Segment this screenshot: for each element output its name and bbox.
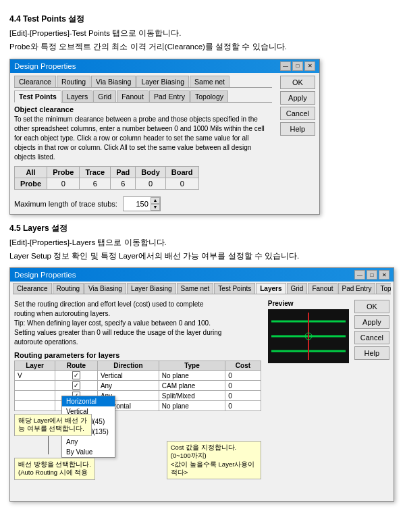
table-row: Probe 0 6 6 0 0 bbox=[15, 178, 199, 189]
col-all[interactable]: All bbox=[15, 166, 47, 178]
row-label-probe[interactable]: Probe bbox=[15, 178, 47, 189]
tab2-pad-entry[interactable]: Pad Entry bbox=[338, 283, 376, 294]
apply-button2[interactable]: Apply bbox=[354, 315, 389, 329]
annotations-container: 해당 Layer에서 배선 가능 여부를 선택합니다. 배선 방향을 선택합니다… bbox=[14, 414, 261, 498]
section2-title: 4.5 Layers 설정 bbox=[9, 223, 396, 234]
preview-label: Preview bbox=[268, 300, 350, 307]
tab2-same-net[interactable]: Same net bbox=[177, 283, 214, 294]
stub-spin-up[interactable]: ▲ bbox=[151, 197, 160, 204]
cancel-button2[interactable]: Cancel bbox=[354, 331, 389, 344]
dialog1-content: Clearance Routing Via Biasing Layer Bias… bbox=[10, 73, 319, 214]
layer-direction-1[interactable]: Vertical bbox=[97, 371, 159, 381]
routing-params-label: Routing parameters for layers bbox=[14, 351, 261, 359]
layer-cost-1[interactable]: 0 bbox=[225, 371, 261, 381]
layer-cost-2[interactable]: 0 bbox=[225, 381, 261, 391]
layer-type-3[interactable]: Split/Mixed bbox=[159, 391, 225, 401]
dialog1: Design Properties — □ ✕ Clearance Routin… bbox=[9, 59, 320, 215]
dropdown-byvalue[interactable]: By Value bbox=[62, 447, 115, 457]
apply-button[interactable]: Apply bbox=[280, 91, 315, 105]
tab-fanout[interactable]: Fanout bbox=[117, 90, 148, 102]
layers-col-layer[interactable]: Layer bbox=[15, 361, 55, 371]
help-button[interactable]: Help bbox=[280, 122, 315, 136]
tab2-layers[interactable]: Layers bbox=[256, 283, 286, 294]
route-checkbox-2[interactable] bbox=[72, 381, 80, 390]
tab2-routing[interactable]: Routing bbox=[53, 283, 84, 294]
col-trace[interactable]: Trace bbox=[80, 166, 111, 178]
layer-route-1[interactable] bbox=[55, 371, 98, 381]
dialog2-title: Design Properties bbox=[14, 271, 76, 279]
layer-direction-2[interactable]: Any bbox=[97, 381, 159, 391]
cell-probe-body[interactable]: 0 bbox=[136, 178, 166, 189]
col-probe[interactable]: Probe bbox=[47, 166, 80, 178]
maximize-button2[interactable]: □ bbox=[367, 270, 377, 280]
minimize-button[interactable]: — bbox=[280, 61, 291, 71]
layers-row-1: V Vertical No plane 0 bbox=[15, 371, 261, 381]
tab2-via-biasing[interactable]: Via Biasing bbox=[84, 283, 126, 294]
dialog2: Design Properties — □ ✕ Clearance Routin… bbox=[9, 267, 394, 502]
layers-table: Layer Route Direction Type Cost V Vertic… bbox=[14, 361, 261, 411]
layers-col-cost[interactable]: Cost bbox=[225, 361, 261, 371]
tab-same-net[interactable]: Same net bbox=[190, 76, 230, 87]
tab-routing[interactable]: Routing bbox=[57, 76, 90, 87]
cell-probe-board[interactable]: 0 bbox=[165, 178, 198, 189]
layers-col-route[interactable]: Route bbox=[55, 361, 98, 371]
layer-type-4[interactable]: No plane bbox=[159, 401, 225, 411]
tab-clearance[interactable]: Clearance bbox=[14, 76, 56, 87]
layer-route-2[interactable] bbox=[55, 381, 98, 391]
layers-col-type[interactable]: Type bbox=[159, 361, 225, 371]
help-button2[interactable]: Help bbox=[354, 346, 389, 360]
tab2-grid[interactable]: Grid bbox=[287, 283, 308, 294]
annotation-bubble-1: 해당 Layer에서 배선 가능 여부를 선택합니다. bbox=[14, 414, 92, 436]
tab2-topology[interactable]: Topology bbox=[376, 283, 391, 294]
tab-layer-biasing[interactable]: Layer Biasing bbox=[136, 76, 189, 87]
tab-pad-entry[interactable]: Pad Entry bbox=[149, 90, 190, 102]
tab-via-biasing[interactable]: Via Biasing bbox=[91, 76, 136, 87]
tab2-test-points[interactable]: Test Points bbox=[214, 283, 255, 294]
tab2-clearance[interactable]: Clearance bbox=[13, 283, 52, 294]
close-button2[interactable]: ✕ bbox=[379, 270, 389, 280]
route-checkbox-1[interactable] bbox=[72, 371, 80, 379]
layers-content: Set the routing direction and effort lev… bbox=[10, 297, 394, 501]
maximize-button[interactable]: □ bbox=[292, 61, 303, 71]
dialog1-titlebar: Design Properties — □ ✕ bbox=[10, 59, 319, 73]
layers-col-direction[interactable]: Direction bbox=[97, 361, 159, 371]
layer-cost-4[interactable]: 0 bbox=[225, 401, 261, 411]
tab-layers[interactable]: Layers bbox=[62, 90, 93, 102]
close-button[interactable]: ✕ bbox=[304, 61, 315, 71]
dialog2-tabs-container: Clearance Routing Via Biasing Layer Bias… bbox=[10, 282, 394, 294]
tab-grid[interactable]: Grid bbox=[93, 90, 116, 102]
col-board[interactable]: Board bbox=[165, 166, 198, 178]
stub-spin-down[interactable]: ▼ bbox=[151, 204, 160, 211]
dropdown-any[interactable]: Any bbox=[62, 437, 115, 447]
cancel-button[interactable]: Cancel bbox=[280, 107, 315, 120]
col-pad[interactable]: Pad bbox=[111, 166, 136, 178]
minimize-button2[interactable]: — bbox=[354, 270, 365, 280]
layer-type-1[interactable]: No plane bbox=[159, 371, 225, 381]
dialog1-title: Design Properties bbox=[14, 62, 76, 70]
layer-name-1[interactable]: V bbox=[15, 371, 55, 381]
stub-input-wrap: ▲ ▼ bbox=[123, 196, 161, 211]
tab-test-points[interactable]: Test Points bbox=[14, 90, 61, 103]
layer-cost-3[interactable]: 0 bbox=[225, 391, 261, 401]
tab2-layer-biasing[interactable]: Layer Biasing bbox=[127, 283, 176, 294]
layer-name-2[interactable] bbox=[15, 381, 55, 391]
dialog1-main: Clearance Routing Via Biasing Layer Bias… bbox=[10, 73, 276, 214]
cell-probe-trace[interactable]: 6 bbox=[80, 178, 111, 189]
dropdown-horizontal[interactable]: Horizontal bbox=[62, 396, 115, 406]
cell-probe-pad[interactable]: 6 bbox=[111, 178, 136, 189]
layer-name-4[interactable] bbox=[15, 401, 55, 411]
tab2-fanout[interactable]: Fanout bbox=[308, 283, 337, 294]
clearance-description: To set the minimum clearance between a p… bbox=[14, 115, 272, 162]
section1-title: 4.4 Test Points 설정 bbox=[9, 14, 396, 25]
ok-button2[interactable]: OK bbox=[354, 300, 389, 313]
layer-name-3[interactable] bbox=[15, 391, 55, 401]
section1-desc2: Probe와 특정 오브젝트 간의 최소 이격 거리(Clearance)를 설… bbox=[9, 41, 396, 53]
tabs-row2: Clearance Routing Via Biasing Layer Bias… bbox=[13, 283, 391, 294]
stub-input[interactable] bbox=[124, 199, 151, 209]
layer-type-2[interactable]: CAM plane bbox=[159, 381, 225, 391]
ok-button[interactable]: OK bbox=[280, 76, 315, 89]
layers-row-3: Any Split/Mixed 0 bbox=[15, 391, 261, 401]
tab-topology[interactable]: Topology bbox=[190, 90, 228, 102]
cell-probe-probe[interactable]: 0 bbox=[47, 178, 80, 189]
col-body[interactable]: Body bbox=[136, 166, 166, 178]
